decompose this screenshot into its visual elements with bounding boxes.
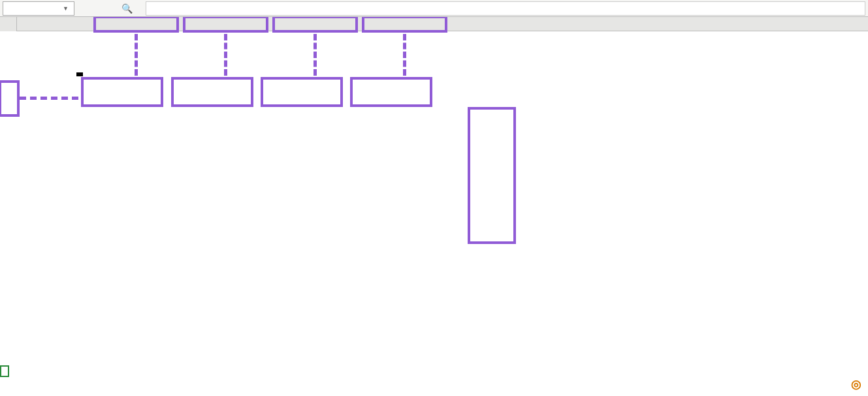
spreadsheet-grid[interactable]: ◎ bbox=[0, 17, 868, 395]
formula-input[interactable] bbox=[146, 1, 865, 16]
fx-icon-group: 🔍 bbox=[118, 3, 142, 14]
select-all-corner[interactable] bbox=[0, 17, 17, 31]
data-table bbox=[76, 72, 83, 76]
cell-grid[interactable] bbox=[17, 31, 868, 395]
column-headers bbox=[0, 17, 868, 31]
name-box[interactable]: ▼ bbox=[3, 1, 74, 16]
formula-bar: ▼ 🔍 bbox=[0, 0, 868, 17]
name-box-dropdown-icon[interactable]: ▼ bbox=[63, 5, 69, 12]
active-cell-indicator bbox=[0, 365, 9, 377]
zoom-icon[interactable]: 🔍 bbox=[121, 3, 133, 14]
watermark: ◎ bbox=[851, 377, 861, 391]
